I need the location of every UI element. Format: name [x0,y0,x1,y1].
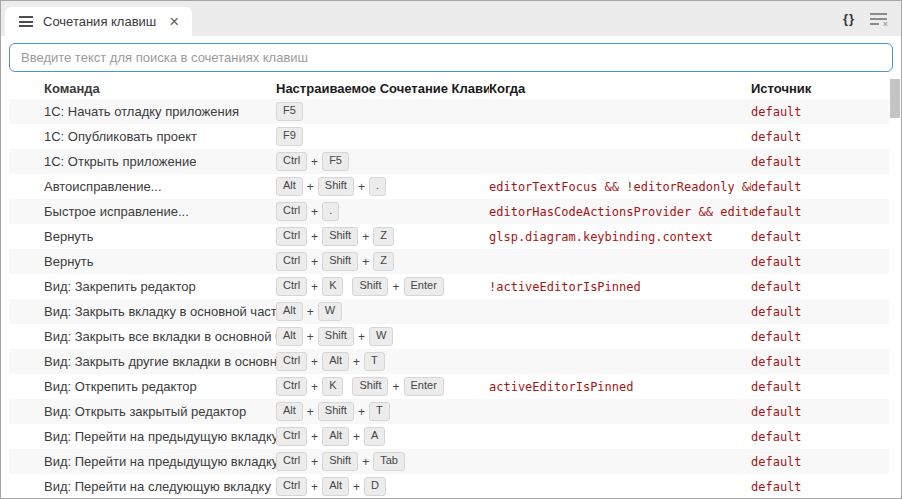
table-row[interactable]: Быстрое исправление... Ctrl+. editorHasC… [9,199,889,224]
source-cell: default [751,380,889,394]
key-chip: K [322,377,343,396]
key-chord: Ctrl+Shift+Z [276,227,394,246]
plus-separator: + [311,430,318,444]
tab-keyboard-shortcuts[interactable]: Сочетания клавиш × [5,7,192,36]
key-chip: Ctrl [276,452,307,471]
command-cell: Вид: Перейти на следующую вкладку [9,479,276,494]
keybinding-cell: Ctrl+Alt+A [276,427,489,446]
header-command[interactable]: Команда [9,81,276,96]
header-keybinding[interactable]: Настраиваемое Сочетание Клавиш [276,81,489,96]
table-row[interactable]: 1С: Открыть приложение Ctrl+F5 default [9,149,889,174]
key-chip: Shift [318,327,354,346]
key-chord: Alt+W [276,302,342,321]
keybindings-table: Команда Настраиваемое Сочетание Клавиш К… [9,78,889,499]
key-chip: Shift [352,277,388,296]
table-row[interactable]: Вид: Перейти на предыдущую вкладку Ctrl+… [9,424,889,449]
key-chord: Ctrl+Alt+A [276,427,385,446]
key-chord: Ctrl+Shift+Z [276,252,394,271]
keybinding-cell: F9 [276,127,489,146]
table-row[interactable]: Вид: Открыть закрытый редактор Alt+Shift… [9,399,889,424]
key-chip: Enter [404,277,444,296]
key-chord: Alt+Shift+T [276,402,390,421]
key-chip: K [322,277,343,296]
key-chip: W [318,302,342,321]
vertical-scrollbar[interactable] [890,79,900,118]
table-row[interactable]: Вид: Закрыть все вкладки в основной час…… [9,324,889,349]
source-cell: default [751,430,889,444]
table-row[interactable]: 1С: Начать отладку приложения F5 default [9,99,889,124]
table-row[interactable]: Вид: Перейти на предыдущую вкладку Ctrl+… [9,449,889,474]
plus-separator: + [311,280,318,294]
source-cell: default [751,305,889,319]
command-cell: 1С: Опубликовать проект [9,129,276,144]
source-cell: default [751,405,889,419]
keybinding-cell: Ctrl+Alt+T [276,352,489,371]
key-chip: A [364,427,385,446]
plus-separator: + [307,330,314,344]
table-row[interactable]: Вид: Перейти на следующую вкладку Ctrl+A… [9,474,889,499]
plus-separator: + [358,330,365,344]
table-row[interactable]: Вид: Закрепить редактор Ctrl+KShift+Ente… [9,274,889,299]
key-chip: Ctrl [276,427,307,446]
keyboard-shortcuts-editor: Сочетания клавиш × {} × Команда Настраив… [0,0,902,499]
command-cell: 1С: Начать отладку приложения [9,104,276,119]
key-chip: Ctrl [276,152,307,171]
header-when[interactable]: Когда [489,81,751,96]
table-row[interactable]: Вид: Открепить редактор Ctrl+KShift+Ente… [9,374,889,399]
source-cell: default [751,355,889,369]
key-chip: Alt [276,402,303,421]
close-icon[interactable]: × [169,13,179,30]
when-cell: editorTextFocus && !editorReadonly && su… [489,180,751,194]
keybinding-cell: Ctrl+KShift+Enter [276,277,489,296]
when-cell: editorHasCodeActionsProvider && editorTe… [489,205,751,219]
key-chord: Shift+Enter [352,377,443,396]
plus-separator: + [392,280,399,294]
plus-separator: + [353,430,360,444]
key-chip: Alt [322,477,349,496]
sort-keybindings-icon[interactable]: × [870,13,887,25]
keybinding-cell: Alt+Shift+W [276,327,489,346]
source-cell: default [751,280,889,294]
plus-separator: + [307,180,314,194]
plus-separator: + [311,455,318,469]
plus-separator: + [311,155,318,169]
key-chip: Shift [352,377,388,396]
key-chip: Tab [373,452,405,471]
table-row[interactable]: Вид: Закрыть вкладку в основной части Al… [9,299,889,324]
source-cell: default [751,105,889,119]
plus-separator: + [307,405,314,419]
keybinding-cell: Alt+W [276,302,489,321]
plus-separator: + [362,455,369,469]
key-chip: Ctrl [276,227,307,246]
table-row[interactable]: 1С: Опубликовать проект F9 default [9,124,889,149]
command-cell: Автоисправление... [9,179,276,194]
table-row[interactable]: Вернуть Ctrl+Shift+Z default [9,249,889,274]
keybinding-cell: Ctrl+. [276,202,489,221]
table-body: 1С: Начать отладку приложения F5 default… [9,99,889,499]
key-chord: Ctrl+. [276,202,339,221]
when-cell: !activeEditorIsPinned [489,280,751,294]
table-row[interactable]: Вернуть Ctrl+Shift+Z glsp.diagram.keybin… [9,224,889,249]
open-json-icon[interactable]: {} [843,11,855,26]
tab-title: Сочетания клавиш [43,14,156,29]
key-chip: Shift [318,177,354,196]
source-cell: default [751,330,889,344]
key-chip: Shift [318,402,354,421]
plus-separator: + [358,180,365,194]
command-cell: Вид: Закрыть другие вкладки в основной … [9,354,276,369]
key-chip: Alt [276,177,303,196]
table-row[interactable]: Вид: Закрыть другие вкладки в основной …… [9,349,889,374]
plus-separator: + [311,255,318,269]
key-chord: Shift+Enter [352,277,443,296]
header-source[interactable]: Источник [751,81,889,96]
search-input[interactable] [9,43,893,72]
command-cell: Вид: Перейти на предыдущую вкладку [9,429,276,444]
command-cell: Быстрое исправление... [9,204,276,219]
plus-separator: + [311,480,318,494]
key-chip: Ctrl [276,202,307,221]
key-chip: W [369,327,393,346]
menu-icon[interactable] [19,16,33,27]
plus-separator: + [362,230,369,244]
table-row[interactable]: Автоисправление... Alt+Shift+. editorTex… [9,174,889,199]
key-chip: Shift [322,227,358,246]
